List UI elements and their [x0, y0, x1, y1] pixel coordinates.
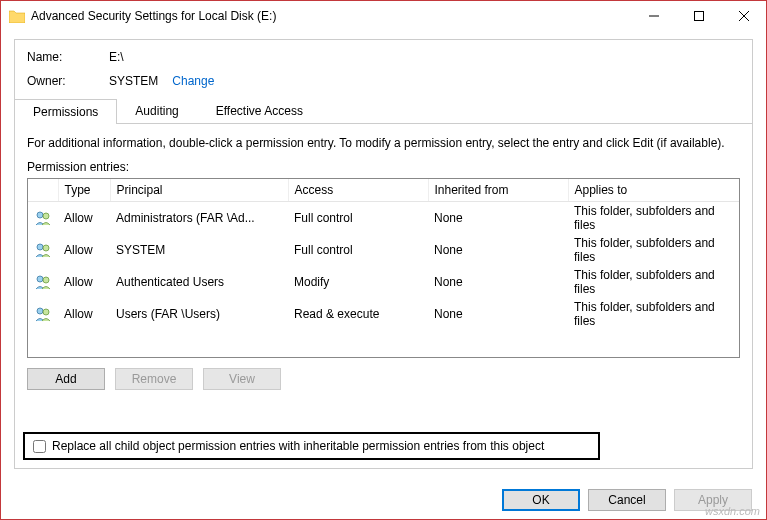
column-applies[interactable]: Applies to	[568, 179, 739, 202]
add-button[interactable]: Add	[27, 368, 105, 390]
cell-applies: This folder, subfolders and files	[568, 266, 739, 298]
cancel-button[interactable]: Cancel	[588, 489, 666, 511]
svg-point-10	[37, 308, 43, 314]
window-title: Advanced Security Settings for Local Dis…	[31, 9, 631, 23]
cell-type: Allow	[58, 202, 110, 235]
cell-principal: Users (FAR \Users)	[110, 298, 288, 330]
cell-type: Allow	[58, 266, 110, 298]
table-row[interactable]: AllowAuthenticated UsersModifyNoneThis f…	[28, 266, 739, 298]
tab-auditing[interactable]: Auditing	[116, 98, 197, 123]
remove-button[interactable]: Remove	[115, 368, 193, 390]
cell-applies: This folder, subfolders and files	[568, 202, 739, 235]
group-icon	[34, 306, 52, 322]
cell-inherited: None	[428, 266, 568, 298]
column-inherited[interactable]: Inherited from	[428, 179, 568, 202]
cell-applies: This folder, subfolders and files	[568, 234, 739, 266]
svg-point-11	[43, 309, 49, 315]
name-label: Name:	[27, 50, 109, 64]
change-owner-link[interactable]: Change	[172, 74, 214, 88]
cell-principal: SYSTEM	[110, 234, 288, 266]
replace-permissions-checkbox-row: Replace all child object permission entr…	[23, 432, 600, 460]
minimize-button[interactable]	[631, 2, 676, 30]
owner-label: Owner:	[27, 74, 109, 88]
replace-permissions-label: Replace all child object permission entr…	[52, 439, 544, 453]
replace-permissions-checkbox[interactable]	[33, 440, 46, 453]
cell-inherited: None	[428, 298, 568, 330]
svg-point-6	[37, 244, 43, 250]
cell-type: Allow	[58, 298, 110, 330]
cell-inherited: None	[428, 202, 568, 235]
cell-access: Full control	[288, 202, 428, 235]
permissions-table[interactable]: Type Principal Access Inherited from App…	[27, 178, 740, 358]
cell-principal: Authenticated Users	[110, 266, 288, 298]
window-controls	[631, 2, 766, 30]
svg-rect-1	[694, 12, 703, 21]
owner-value: SYSTEM	[109, 74, 158, 88]
folder-icon	[9, 9, 25, 23]
table-row[interactable]: AllowAdministrators (FAR \Ad...Full cont…	[28, 202, 739, 235]
ok-button[interactable]: OK	[502, 489, 580, 511]
table-row[interactable]: AllowSYSTEMFull controlNoneThis folder, …	[28, 234, 739, 266]
column-icon[interactable]	[28, 179, 58, 202]
svg-point-8	[37, 276, 43, 282]
cell-applies: This folder, subfolders and files	[568, 298, 739, 330]
cell-access: Full control	[288, 234, 428, 266]
close-button[interactable]	[721, 2, 766, 30]
entries-label: Permission entries:	[27, 160, 740, 174]
name-value: E:\	[109, 50, 124, 64]
titlebar: Advanced Security Settings for Local Dis…	[1, 1, 766, 31]
tab-permissions[interactable]: Permissions	[14, 99, 117, 124]
maximize-button[interactable]	[676, 2, 721, 30]
group-icon	[34, 274, 52, 290]
column-principal[interactable]: Principal	[110, 179, 288, 202]
cell-type: Allow	[58, 234, 110, 266]
main-panel: Name: E:\ Owner: SYSTEM Change Permissio…	[14, 39, 753, 469]
tab-effective-access[interactable]: Effective Access	[197, 98, 322, 123]
table-row[interactable]: AllowUsers (FAR \Users)Read & executeNon…	[28, 298, 739, 330]
group-icon	[34, 210, 52, 226]
cell-access: Read & execute	[288, 298, 428, 330]
tabs: Permissions Auditing Effective Access	[15, 98, 752, 124]
column-type[interactable]: Type	[58, 179, 110, 202]
instructions-text: For additional information, double-click…	[27, 136, 740, 150]
column-access[interactable]: Access	[288, 179, 428, 202]
cell-inherited: None	[428, 234, 568, 266]
svg-point-9	[43, 277, 49, 283]
svg-point-4	[37, 212, 43, 218]
cell-access: Modify	[288, 266, 428, 298]
svg-point-5	[43, 213, 49, 219]
group-icon	[34, 242, 52, 258]
svg-point-7	[43, 245, 49, 251]
view-button[interactable]: View	[203, 368, 281, 390]
cell-principal: Administrators (FAR \Ad...	[110, 202, 288, 235]
watermark: wsxdn.com	[705, 505, 760, 517]
